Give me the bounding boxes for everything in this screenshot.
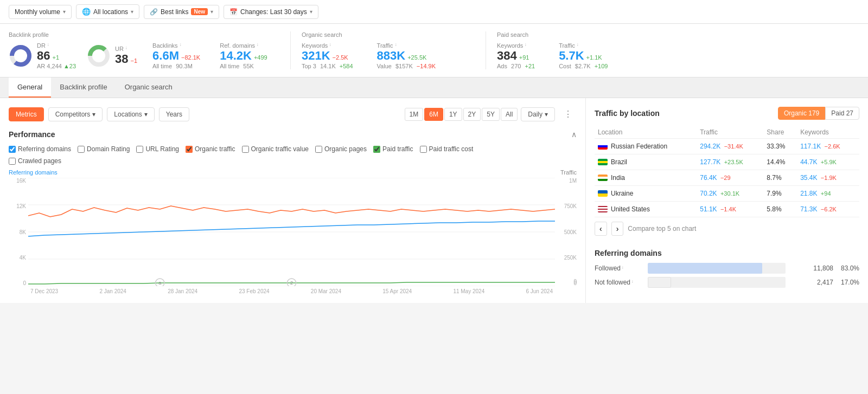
cb-referring-domains[interactable]: Referring domains xyxy=(9,145,71,153)
paid-keywords-sub: Ads 270 +21 xyxy=(497,63,535,69)
cb-paid-traffic-cost-input[interactable] xyxy=(420,146,427,153)
info-icon: ⁱ xyxy=(48,43,49,49)
paid-traffic-metric: Traffic ⁱ 5.7K +1.1K Cost $2.7K +109 xyxy=(559,42,608,69)
time-1m[interactable]: 1M xyxy=(405,108,424,121)
info-icon: ⁱ xyxy=(632,280,633,286)
traffic-delta: −29 xyxy=(720,175,731,181)
prev-page-button[interactable]: ‹ xyxy=(595,222,607,236)
traffic-cell: 70.2K +30.1K xyxy=(697,186,763,202)
ref-bar-fill xyxy=(648,277,671,288)
locations-button[interactable]: Locations ▾ xyxy=(107,107,154,121)
cb-url-rating-input[interactable] xyxy=(136,146,143,153)
new-badge: New xyxy=(191,8,208,15)
time-2y[interactable]: 2Y xyxy=(463,108,481,121)
cb-organic-pages-input[interactable] xyxy=(315,146,322,153)
competitors-button[interactable]: Competitors ▾ xyxy=(48,107,103,121)
keywords-cell: 117.1K −2.6K xyxy=(797,139,859,154)
svg-text:2: 2 xyxy=(290,280,293,286)
paid-traffic-label: Traffic xyxy=(559,42,575,49)
organic-traffic-delta: +25.5K xyxy=(407,54,426,61)
x-label-jan28: 28 Jan 2024 xyxy=(168,288,197,294)
location-name: Russian Federation xyxy=(611,143,667,150)
time-5y[interactable]: 5Y xyxy=(482,108,500,121)
cb-domain-rating[interactable]: Domain Rating xyxy=(78,145,130,153)
globe-icon: 🌐 xyxy=(82,8,91,16)
performance-header: Performance ∧ xyxy=(9,130,577,139)
chevron-down-icon: ▾ xyxy=(144,111,148,118)
cb-paid-traffic-cost[interactable]: Paid traffic cost xyxy=(420,145,474,153)
chart-area: Metrics Competitors ▾ Locations ▾ Years … xyxy=(0,98,586,303)
changes-dropdown[interactable]: 📅 Changes: Last 30 days ▾ xyxy=(224,5,318,19)
country-flag xyxy=(598,175,608,181)
keywords-delta: +94 xyxy=(821,190,831,197)
chart-svg: a 2 xyxy=(28,178,555,286)
paid-keywords-metric: Keywords ⁱ 384 +91 Ads 270 +21 xyxy=(497,42,535,69)
country-flag xyxy=(598,159,608,165)
more-options-button[interactable]: ⋮ xyxy=(559,107,577,121)
cb-referring-domains-input[interactable] xyxy=(9,146,16,153)
time-all[interactable]: All xyxy=(501,108,518,121)
ref-domains-bars: Followed ⁱ 11,808 83.0% Not followed ⁱ 2… xyxy=(595,263,859,288)
metrics-button[interactable]: Metrics xyxy=(9,107,44,121)
y-label-500k: 500K xyxy=(557,229,577,235)
traffic-delta: +23.5K xyxy=(724,159,743,165)
years-button[interactable]: Years xyxy=(159,107,189,121)
referring-domains-title: Referring domains xyxy=(595,249,859,257)
keywords-delta: −1.9K xyxy=(821,175,837,181)
x-label-feb: 23 Feb 2024 xyxy=(239,288,269,294)
col-share: Share xyxy=(763,126,797,139)
time-1y[interactable]: 1Y xyxy=(444,108,462,121)
paid-toggle[interactable]: Paid 27 xyxy=(825,107,859,120)
ref-domains-sub: All time 55K xyxy=(220,63,267,69)
next-page-button[interactable]: › xyxy=(611,222,624,236)
organic-keywords-value: 321K xyxy=(302,49,330,63)
compare-label: Compare top 5 on chart xyxy=(628,225,696,232)
cb-crawled-pages[interactable]: Crawled pages xyxy=(9,157,61,165)
tab-organic-search[interactable]: Organic search xyxy=(116,77,181,98)
collapse-button[interactable]: ∧ xyxy=(571,130,577,139)
traffic-cell: 76.4K −29 xyxy=(697,170,763,186)
cb-crawled-pages-input[interactable] xyxy=(9,158,16,165)
cb-url-rating[interactable]: URL Rating xyxy=(136,145,179,153)
backlinks-delta: −82.1K xyxy=(181,54,200,61)
all-locations-dropdown[interactable]: 🌐 All locations ▾ xyxy=(76,4,139,19)
keywords-cell: 35.4K −1.9K xyxy=(797,170,859,186)
dr-value: 86 xyxy=(37,49,50,63)
time-6m[interactable]: 6M xyxy=(424,108,443,121)
best-links-dropdown[interactable]: 🔗 Best links New ▾ xyxy=(144,5,219,19)
keywords-delta: −6.2K xyxy=(821,206,837,212)
right-panel: Traffic by location Organic 179 Paid 27 … xyxy=(586,98,868,303)
daily-button[interactable]: Daily ▾ xyxy=(521,107,555,121)
info-icon: ⁱ xyxy=(525,43,526,49)
ref-bar-pct: 17.0% xyxy=(838,279,859,286)
organic-keywords-sub: Top 3 14.1K +584 xyxy=(302,63,353,69)
ref-bar-value: 11,808 xyxy=(790,264,833,272)
x-label-may: 11 May 2024 xyxy=(453,288,484,294)
monthly-volume-dropdown[interactable]: Monthly volume ▾ xyxy=(9,5,72,19)
performance-checkboxes-row2: Crawled pages xyxy=(9,157,577,165)
cb-organic-traffic-value[interactable]: Organic traffic value xyxy=(242,145,309,153)
ur-donut-chart xyxy=(87,44,111,68)
y-label-16k: 16K xyxy=(9,178,26,184)
pagination-row: ‹ › Compare top 5 on chart xyxy=(595,217,859,240)
cb-organic-pages[interactable]: Organic pages xyxy=(315,145,367,153)
traffic-delta: +30.1K xyxy=(720,190,739,197)
cb-organic-traffic[interactable]: Organic traffic xyxy=(186,145,235,153)
cb-domain-rating-input[interactable] xyxy=(78,146,85,153)
cb-organic-traffic-value-input[interactable] xyxy=(242,146,249,153)
traffic-delta: −1.4K xyxy=(720,206,736,212)
traffic-cell: 294.2K −31.4K xyxy=(697,139,763,154)
cb-organic-traffic-input[interactable] xyxy=(186,146,193,153)
tabs-bar: General Backlink profile Organic search xyxy=(0,77,868,98)
col-keywords: Keywords xyxy=(797,126,859,139)
cb-paid-traffic-input[interactable] xyxy=(373,146,380,153)
chevron-down-icon: ▾ xyxy=(210,9,213,15)
keywords-cell: 44.7K +5.9K xyxy=(797,154,859,170)
organic-toggle[interactable]: Organic 179 xyxy=(778,107,825,120)
tab-backlink-profile[interactable]: Backlink profile xyxy=(51,77,116,98)
tab-general[interactable]: General xyxy=(9,77,51,98)
ref-bar-row: Followed ⁱ 11,808 83.0% xyxy=(595,263,859,274)
share-cell: 7.9% xyxy=(763,186,797,202)
cb-paid-traffic[interactable]: Paid traffic xyxy=(373,145,413,153)
referring-domains-chart-label: Referring domains xyxy=(9,169,58,176)
